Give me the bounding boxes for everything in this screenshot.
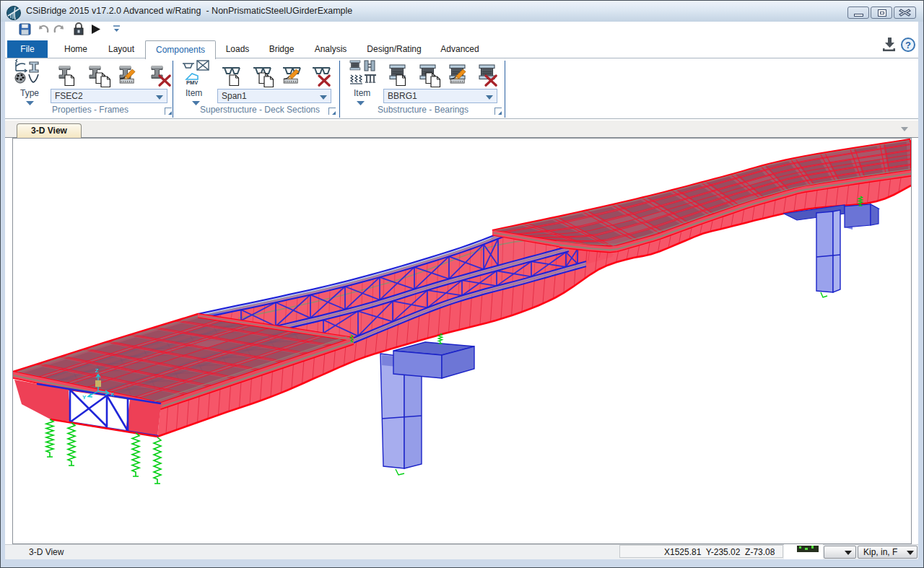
svg-text:X: X <box>110 391 115 398</box>
svg-text:Item: Item <box>186 88 202 98</box>
svg-text:Z: Z <box>95 367 99 374</box>
svg-text:Type: Type <box>20 88 39 98</box>
svg-text:Item: Item <box>354 88 370 98</box>
svg-text:Y: Y <box>82 394 87 401</box>
svg-text:PMV: PMV <box>186 79 198 86</box>
svg-text:?: ? <box>905 40 911 51</box>
